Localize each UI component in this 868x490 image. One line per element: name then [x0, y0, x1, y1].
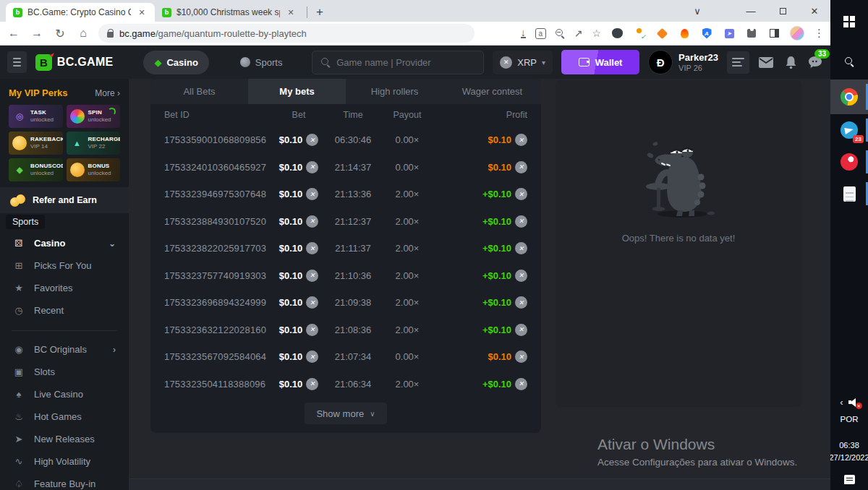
user-profile[interactable]: Ð Parker23 VIP 26: [648, 50, 718, 74]
mail-icon[interactable]: [758, 54, 774, 70]
back-icon[interactable]: ←: [6, 27, 22, 40]
extension-gorilla-icon[interactable]: [610, 27, 624, 40]
clock[interactable]: 06:38 27/12/2022: [829, 439, 868, 463]
sidebar-menu-item[interactable]: ◉ BC Originals ›: [9, 338, 120, 361]
tab-close-icon[interactable]: ✕: [285, 7, 297, 18]
language-indicator[interactable]: POR: [841, 415, 859, 424]
share-icon[interactable]: ↗: [574, 27, 583, 39]
address-bar[interactable]: bc.game/game/quantum-roulette-by-playtec…: [98, 24, 475, 43]
sidebar-menu-item[interactable]: ⚄ Casino ⌄: [9, 232, 120, 254]
browser-tab-inactive[interactable]: b $10,000 Christmas week special r ✕: [155, 3, 304, 22]
extension-cursor-icon[interactable]: ➤: [723, 27, 736, 40]
table-row[interactable]: 1753323822025917703 $0.10 21:11:37 2.00×…: [150, 235, 541, 262]
sidebar-menu-item[interactable]: ⊞ Picks For You: [9, 254, 120, 277]
game-search[interactable]: [312, 51, 484, 74]
perk-title: BONUS: [88, 163, 111, 170]
taskbar-telegram-button[interactable]: 23: [830, 114, 868, 146]
vip-more-link[interactable]: More ›: [95, 88, 120, 98]
volume-muted-icon[interactable]: ✕: [848, 398, 859, 407]
sidebar-menu-item[interactable]: ∿ High Volatility: [9, 450, 120, 473]
show-more-button[interactable]: Show more ∨: [305, 403, 386, 424]
bet-list-icon[interactable]: [727, 51, 749, 74]
sidebar-item-label: Casino: [34, 238, 65, 249]
vip-perk-card[interactable]: RAKEBACKVIP 14: [9, 132, 63, 155]
nav-sports[interactable]: Sports: [229, 51, 294, 74]
sidebar-menu-item[interactable]: ♠ Live Casino: [9, 383, 120, 405]
bet-amount: $0.10: [273, 161, 324, 173]
nav-casino[interactable]: ◆ Casino: [143, 51, 208, 74]
vip-perk-card[interactable]: ◎ TASKunlocked: [9, 105, 63, 128]
home-icon[interactable]: ⌂: [75, 27, 91, 40]
table-row[interactable]: 1753323632122028160 $0.10 21:08:36 2.00×…: [150, 317, 541, 344]
tab-close-icon[interactable]: ✕: [136, 7, 148, 18]
maximize-button[interactable]: [767, 0, 799, 22]
extension-person-check-icon[interactable]: [633, 27, 646, 40]
browser-profile-avatar[interactable]: [790, 26, 804, 40]
sidebar-menu-item[interactable]: ▣ Slots: [9, 361, 120, 383]
metamask-icon[interactable]: [655, 27, 668, 40]
refer-and-earn[interactable]: Refer and Earn: [0, 187, 129, 213]
tab-search-chevron-icon[interactable]: ∨: [681, 0, 713, 22]
forward-icon[interactable]: →: [29, 27, 45, 40]
vip-perk-card[interactable]: ◆ BONUSCODEunlocked: [9, 158, 63, 181]
sidebar-menu-item[interactable]: ♤ Feature Buy-in: [9, 473, 120, 490]
wallet-button[interactable]: Wallet: [561, 50, 639, 74]
xrp-coin-icon: [306, 215, 318, 228]
hidden-icons-chevron[interactable]: ‹: [840, 397, 843, 408]
extensions-puzzle-icon[interactable]: [745, 27, 758, 40]
vip-perk-card[interactable]: ▲ RECHARGEVIP 22: [67, 132, 121, 155]
extension-shield-icon[interactable]: A: [700, 27, 713, 40]
table-column-headers: Bet ID Bet Time Payout Profit: [150, 104, 541, 126]
date: 27/12/2022: [829, 452, 868, 464]
table-row[interactable]: 1753323567092584064 $0.10 21:07:34 0.00×…: [150, 343, 541, 371]
table-row[interactable]: 1753323757740919303 $0.10 21:10:36 2.00×…: [150, 262, 541, 290]
xrp-coin-icon: [515, 242, 527, 254]
start-button[interactable]: [830, 0, 868, 43]
bet-id: 1753323946975307648: [164, 189, 273, 199]
sidebar-menu-item[interactable]: ◷ Recent: [9, 299, 120, 322]
perk-subtitle: VIP 14: [30, 143, 59, 150]
download-page-icon[interactable]: ↓: [521, 29, 526, 38]
vip-perk-card[interactable]: SPINunlocked: [67, 105, 121, 128]
currency-selector[interactable]: XRP ▾: [493, 51, 553, 74]
bets-tab[interactable]: Wager contest: [443, 79, 541, 104]
table-row[interactable]: 1753323884930107520 $0.10 21:12:37 2.00×…: [150, 208, 541, 236]
flame-icon: ♨: [13, 411, 25, 422]
sidebar-menu-item[interactable]: ➤ New Releases: [9, 428, 120, 450]
chat-icon[interactable]: 33: [807, 54, 823, 70]
reading-mode-icon[interactable]: [767, 27, 780, 40]
vip-perk-card[interactable]: BONUSunlocked: [67, 158, 121, 181]
table-row[interactable]: 1753324010360465927 $0.10 21:14:37 0.00×…: [150, 154, 541, 181]
taskbar-search-button[interactable]: [830, 43, 868, 79]
extension-flame-icon[interactable]: [678, 27, 691, 40]
bookmark-star-icon[interactable]: ☆: [592, 27, 601, 39]
windows-logo-icon: [843, 16, 855, 27]
browser-tab-active[interactable]: b BC.Game: Crypto Casino Games & ✕: [6, 3, 155, 22]
table-row[interactable]: 1753323696894324999 $0.10 21:09:38 2.00×…: [150, 289, 541, 317]
taskbar-notepad-button[interactable]: [830, 178, 868, 210]
taskbar-red-app-button[interactable]: [830, 146, 868, 178]
bet-payout: 2.00×: [382, 216, 433, 227]
new-tab-button[interactable]: +: [310, 3, 329, 22]
sidebar-menu-item[interactable]: ♨ Hot Games: [9, 405, 120, 428]
translate-icon[interactable]: a: [535, 28, 546, 39]
bets-tab[interactable]: High rollers: [346, 79, 443, 104]
sidebar-menu-item[interactable]: ★ Favorites: [9, 277, 120, 299]
minimize-button[interactable]: —: [735, 0, 767, 22]
action-center-icon[interactable]: [844, 475, 855, 484]
table-row[interactable]: 1753323504118388096 $0.10 21:06:34 2.00×…: [150, 371, 541, 398]
bcgame-logo[interactable]: B BC.GAME: [35, 54, 114, 71]
close-button[interactable]: ✕: [799, 0, 830, 22]
taskbar-chrome-button[interactable]: [830, 79, 868, 114]
sidebar-toggle-icon[interactable]: [7, 51, 27, 73]
browser-menu-icon[interactable]: ⋮: [814, 27, 825, 40]
zoom-out-icon[interactable]: [556, 29, 565, 38]
table-row[interactable]: 1753323946975307648 $0.10 21:13:36 2.00×…: [150, 181, 541, 208]
sidebar-menu-categories: ◉ BC Originals › ▣ Slots: [9, 338, 120, 490]
bets-tab[interactable]: All Bets: [150, 79, 248, 104]
table-row[interactable]: 1753359001068809856 $0.10 06:30:46 0.00×…: [150, 126, 541, 154]
bets-tab[interactable]: My bets: [248, 79, 346, 104]
notifications-bell-icon[interactable]: [783, 54, 799, 70]
game-search-input[interactable]: [336, 57, 475, 68]
reload-icon[interactable]: ↻: [52, 27, 68, 40]
